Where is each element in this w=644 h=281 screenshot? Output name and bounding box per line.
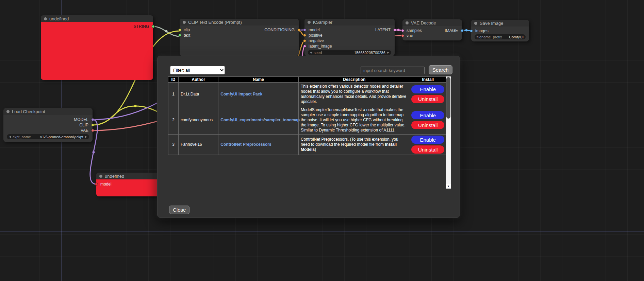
node-title-bar[interactable]: undefined <box>41 15 153 22</box>
widget-value: 156680208700286 <box>354 51 385 55</box>
node-clip-text-encode[interactable]: CLIP Text Encode (Prompt) clip CONDITION… <box>180 19 299 56</box>
collapse-dot-icon[interactable] <box>44 17 47 20</box>
input-slot-samples[interactable]: samples <box>407 28 422 33</box>
output-dot-latent[interactable] <box>393 29 396 32</box>
filename-prefix-widget[interactable]: filename_prefix ComfyUI <box>475 34 526 39</box>
output-dot-model[interactable] <box>91 118 94 121</box>
wire-dot-model <box>93 151 95 154</box>
output-slot-clip[interactable]: CLIP <box>3 122 93 128</box>
output-slot-latent[interactable]: LATENT <box>375 28 391 32</box>
collapse-dot-icon[interactable] <box>6 110 10 113</box>
uninstall-button[interactable]: Uninstall <box>411 145 444 154</box>
slot-label: model <box>100 182 112 187</box>
author-cell: comfyanonymous <box>179 106 218 135</box>
slot-label: CONDITIONING <box>264 28 295 32</box>
enable-button[interactable]: Enable <box>411 136 444 144</box>
input-slot-negative[interactable]: negative <box>304 38 395 43</box>
node-undefined-top[interactable]: undefined STRING <box>41 15 153 80</box>
scrollbar[interactable]: ▼ <box>446 76 451 189</box>
slot-label: STRING <box>134 24 149 29</box>
scrollbar-thumb[interactable] <box>446 77 450 119</box>
input-slot-latent-image[interactable]: latent_image <box>304 43 395 49</box>
close-button[interactable]: Close <box>169 206 189 214</box>
node-title: undefined <box>105 174 124 179</box>
extension-name-link[interactable]: ComfyUI_experiments/sampler_tonemap <box>220 118 300 122</box>
input-dot-vae[interactable] <box>401 34 404 37</box>
enable-button[interactable]: Enable <box>411 111 444 119</box>
input-dot-model[interactable] <box>95 183 98 186</box>
seed-widget[interactable]: ◀ seed 156680208700286 ▶ <box>308 50 391 55</box>
output-slot-model[interactable]: MODEL <box>3 117 93 122</box>
input-slot-model[interactable]: model <box>309 28 320 32</box>
search-input[interactable] <box>361 67 425 74</box>
previous-arrow-icon[interactable]: ◀ <box>9 136 11 138</box>
ckpt-name-widget[interactable]: ◀ ckpt_name v1-5-pruned-emaonly.ckpt ▶ <box>7 134 89 139</box>
enable-button[interactable]: Enable <box>411 85 444 93</box>
extensions-table: ID Author Name Description Install 1 Dr.… <box>168 76 446 155</box>
output-dot-conditioning[interactable] <box>297 29 300 32</box>
uninstall-button[interactable]: Uninstall <box>411 121 444 129</box>
input-slot-positive[interactable]: positive <box>304 33 395 38</box>
extension-name-link[interactable]: ControlNet Preprocessors <box>220 142 271 147</box>
output-slot-image[interactable]: IMAGE <box>445 28 458 33</box>
node-title-bar[interactable]: Save Image <box>471 20 529 27</box>
description-cell: ModelSamplerTonemapNoiseTest a node that… <box>298 106 410 135</box>
install-cell: Enable Uninstall <box>410 135 446 155</box>
node-canvas[interactable]: undefined STRING CLIP Text Encode (Promp… <box>0 0 644 281</box>
input-dot-positive[interactable] <box>303 34 306 37</box>
output-slot-conditioning[interactable]: CONDITIONING <box>264 28 295 32</box>
collapse-dot-icon[interactable] <box>474 22 477 25</box>
description-text: This extension offers various detector n… <box>301 84 406 104</box>
collapse-dot-icon[interactable] <box>308 21 311 24</box>
output-dot-clip[interactable] <box>91 124 94 127</box>
node-title-bar[interactable]: KSampler <box>304 19 395 25</box>
wire-string-to-text <box>153 27 180 36</box>
input-dot-latent-image[interactable] <box>303 45 306 48</box>
input-dot-clip[interactable] <box>178 29 181 32</box>
filter-select[interactable]: Filter: all <box>170 66 225 74</box>
description-tail: ) <box>315 147 316 152</box>
uninstall-button[interactable]: Uninstall <box>411 95 444 103</box>
collapse-dot-icon[interactable] <box>183 21 186 24</box>
input-dot-images[interactable] <box>470 29 473 32</box>
input-slot-images[interactable]: images <box>471 28 529 33</box>
output-slot-vae[interactable]: VAE <box>3 128 93 133</box>
input-dot-samples[interactable] <box>401 29 404 32</box>
extension-name-link[interactable]: ComfyUI Impact Pack <box>220 92 262 96</box>
node-vae-decode[interactable]: VAE Decode samples IMAGE vae <box>402 19 462 40</box>
node-ksampler[interactable]: KSampler model LATENT positive negative <box>304 19 395 56</box>
node-title-bar[interactable]: Load Checkpoint <box>3 108 93 115</box>
output-dot-image[interactable] <box>461 29 464 32</box>
wire-dot-image <box>465 29 468 32</box>
input-dot-negative[interactable] <box>303 39 306 42</box>
output-slot-string[interactable]: STRING <box>41 24 153 29</box>
node-title-bar[interactable]: CLIP Text Encode (Prompt) <box>180 19 299 25</box>
increment-arrow-icon[interactable]: ▶ <box>387 51 389 54</box>
collapse-dot-icon[interactable] <box>99 175 102 178</box>
header-id: ID <box>168 77 179 83</box>
node-title-bar[interactable]: VAE Decode <box>402 19 462 26</box>
slot-label: samples <box>407 28 422 33</box>
search-button[interactable]: Search <box>429 65 452 74</box>
input-dot-model[interactable] <box>303 29 306 32</box>
input-slot-vae[interactable]: vae <box>402 33 462 38</box>
slot-label: VAE <box>81 128 88 133</box>
input-slot-text[interactable]: text <box>180 33 299 38</box>
id-cell: 2 <box>168 106 179 135</box>
scrollbar-down-button[interactable]: ▼ <box>446 184 451 189</box>
node-title: KSampler <box>313 20 332 25</box>
input-dot-text[interactable] <box>178 34 181 37</box>
slot-label: latent_image <box>309 44 332 49</box>
collapse-dot-icon[interactable] <box>406 21 409 24</box>
output-dot-vae[interactable] <box>91 129 94 132</box>
output-dot-string[interactable] <box>152 25 155 28</box>
input-slot-clip[interactable]: clip <box>184 28 190 32</box>
slot-label: CLIP <box>79 123 88 127</box>
header-description: Description <box>298 77 410 83</box>
node-title: CLIP Text Encode (Prompt) <box>188 20 242 25</box>
id-cell: 3 <box>168 135 179 155</box>
decrement-arrow-icon[interactable]: ◀ <box>310 51 312 54</box>
next-arrow-icon[interactable]: ▶ <box>85 136 87 138</box>
node-load-checkpoint[interactable]: Load Checkpoint MODEL CLIP VAE ◀ ckpt_na… <box>3 108 93 142</box>
node-save-image[interactable]: Save Image images filename_prefix ComfyU… <box>471 20 529 41</box>
